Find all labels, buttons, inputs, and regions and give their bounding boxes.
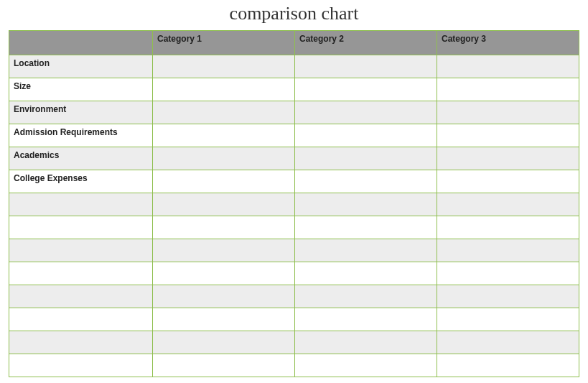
table-row (9, 239, 579, 262)
cell (295, 239, 437, 262)
cell (153, 239, 295, 262)
table-row: Size (9, 78, 579, 101)
cell (153, 147, 295, 170)
header-col-1: Category 1 (153, 31, 295, 55)
table-row (9, 193, 579, 216)
table-row: Academics (9, 147, 579, 170)
cell (153, 101, 295, 124)
cell (153, 354, 295, 377)
table-row (9, 285, 579, 308)
row-label (9, 216, 153, 239)
header-col-2: Category 2 (295, 31, 437, 55)
header-col-3: Category 3 (437, 31, 579, 55)
comparison-table: Category 1 Category 2 Category 3 Locatio… (9, 30, 579, 377)
cell (437, 308, 579, 331)
table-row (9, 308, 579, 331)
table-row (9, 354, 579, 377)
cell (437, 262, 579, 285)
table-row (9, 262, 579, 285)
table-row (9, 331, 579, 354)
cell (295, 285, 437, 308)
row-label: Academics (9, 147, 153, 170)
cell (295, 331, 437, 354)
cell (153, 124, 295, 147)
row-label (9, 239, 153, 262)
cell (437, 78, 579, 101)
table-row: Location (9, 55, 579, 78)
table-row: Admission Requirements (9, 124, 579, 147)
cell (295, 124, 437, 147)
header-row: Category 1 Category 2 Category 3 (9, 31, 579, 55)
cell (153, 193, 295, 216)
row-label (9, 262, 153, 285)
cell (437, 124, 579, 147)
row-label: Admission Requirements (9, 124, 153, 147)
cell (437, 285, 579, 308)
table-row: Environment (9, 101, 579, 124)
cell (295, 216, 437, 239)
cell (437, 216, 579, 239)
cell (437, 55, 579, 78)
table-row (9, 216, 579, 239)
cell (295, 101, 437, 124)
row-label (9, 285, 153, 308)
cell (295, 170, 437, 193)
cell (153, 170, 295, 193)
cell (295, 193, 437, 216)
cell (437, 354, 579, 377)
footer-text: moussyusa.com (0, 377, 588, 383)
cell (295, 262, 437, 285)
cell (153, 216, 295, 239)
table-row: College Expenses (9, 170, 579, 193)
header-col-0 (9, 31, 153, 55)
cell (437, 147, 579, 170)
row-label: Environment (9, 101, 153, 124)
row-label: Location (9, 55, 153, 78)
cell (295, 55, 437, 78)
cell (437, 239, 579, 262)
cell (295, 78, 437, 101)
row-label (9, 193, 153, 216)
cell (437, 170, 579, 193)
comparison-table-container: Category 1 Category 2 Category 3 Locatio… (0, 30, 588, 377)
cell (153, 78, 295, 101)
cell (295, 147, 437, 170)
row-label: Size (9, 78, 153, 101)
cell (295, 308, 437, 331)
cell (437, 101, 579, 124)
cell (437, 331, 579, 354)
cell (153, 308, 295, 331)
row-label: College Expenses (9, 170, 153, 193)
cell (153, 331, 295, 354)
row-label (9, 354, 153, 377)
cell (153, 55, 295, 78)
cell (153, 285, 295, 308)
page-title: comparison chart (0, 0, 588, 30)
cell (295, 354, 437, 377)
row-label (9, 308, 153, 331)
row-label (9, 331, 153, 354)
cell (437, 193, 579, 216)
cell (153, 262, 295, 285)
